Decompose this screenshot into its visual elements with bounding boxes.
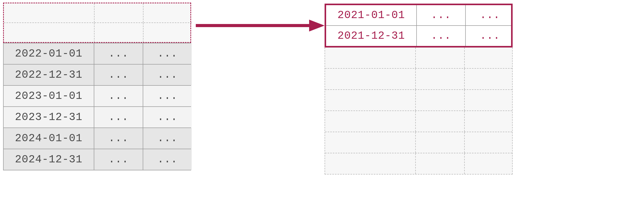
ghost-cell [415,69,464,89]
diagram-stage: 2022-01-01 ... ... 2022-12-31 ... ... 20… [0,0,644,214]
ghost-cell [325,69,415,89]
ghost-cell [4,23,94,42]
ghost-cell [464,47,513,68]
ghost-cell [143,23,192,42]
arrow-icon [196,19,325,32]
value-cell: ... [94,128,143,149]
svg-marker-1 [309,20,325,31]
ghost-cell [4,3,94,22]
ghost-row [325,110,512,132]
ghost-cell [415,153,464,174]
table-row: 2023-01-01 ... ... [4,85,191,106]
left-table: 2022-01-01 ... ... 2022-12-31 ... ... 20… [3,3,191,170]
right-table-placeholder-rows [325,47,513,175]
ghost-cell [464,69,513,89]
left-table-body: 2022-01-01 ... ... 2022-12-31 ... ... 20… [3,43,191,170]
ghost-cell [415,132,464,153]
date-cell: 2023-12-31 [4,107,94,128]
ghost-cell [464,132,513,153]
value-cell: ... [465,5,514,25]
ghost-row [325,132,512,153]
value-cell: ... [94,149,143,170]
value-cell: ... [143,128,192,149]
right-table-inserted-rows: 2021-01-01 ... ... 2021-12-31 ... ... [325,4,513,47]
ghost-cell [415,111,464,132]
value-cell: ... [94,107,143,128]
ghost-cell [325,90,415,110]
date-cell: 2024-01-01 [4,128,94,149]
value-cell: ... [94,86,143,106]
ghost-cell [415,90,464,110]
value-cell: ... [416,26,465,46]
table-row: 2024-01-01 ... ... [4,128,191,149]
ghost-cell [325,153,415,174]
table-row: 2021-01-01 ... ... [326,5,511,25]
ghost-row [325,47,512,68]
date-cell: 2021-01-01 [326,5,416,25]
table-row: 2021-12-31 ... ... [326,25,511,46]
ghost-cell [464,153,513,174]
table-row: 2022-12-31 ... ... [4,64,191,85]
date-cell: 2021-12-31 [326,26,416,46]
left-table-removed-rows-placeholder [3,3,191,43]
date-cell: 2023-01-01 [4,86,94,106]
value-cell: ... [143,65,192,85]
ghost-cell [464,111,513,132]
right-table: 2021-01-01 ... ... 2021-12-31 ... ... [325,4,513,175]
ghost-cell [143,3,192,22]
value-cell: ... [416,5,465,25]
ghost-cell [464,90,513,110]
value-cell: ... [143,107,192,128]
ghost-cell [325,132,415,153]
ghost-cell [325,47,415,68]
ghost-cell [94,23,143,42]
ghost-cell [325,111,415,132]
ghost-cell [94,3,143,22]
value-cell: ... [143,86,192,106]
ghost-row [325,153,512,174]
date-cell: 2022-12-31 [4,65,94,85]
table-row: 2023-12-31 ... ... [4,106,191,128]
ghost-cell [415,47,464,68]
date-cell: 2022-01-01 [4,43,94,64]
value-cell: ... [143,43,192,64]
value-cell: ... [143,149,192,170]
value-cell: ... [94,65,143,85]
table-row: 2022-01-01 ... ... [4,43,191,64]
table-row: 2024-12-31 ... ... [4,149,191,170]
ghost-row [325,89,512,110]
value-cell: ... [94,43,143,64]
value-cell: ... [465,26,514,46]
ghost-row [325,68,512,89]
date-cell: 2024-12-31 [4,149,94,170]
